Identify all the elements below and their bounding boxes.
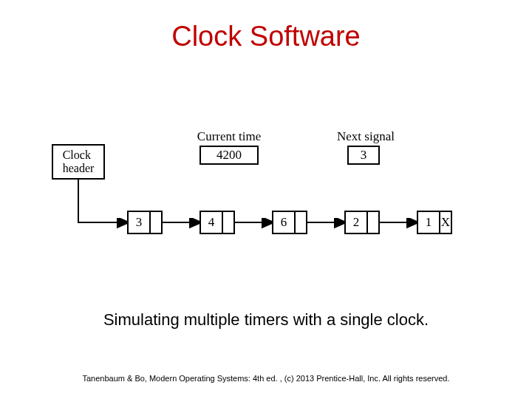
copyright-footer: Tanenbaum & Bo, Modern Operating Systems… [0, 374, 532, 383]
page-title: Clock Software [0, 21, 532, 52]
clock-diagram: Current time Next signal 4200 3 Clock he… [52, 129, 480, 262]
figure-caption: Simulating multiple timers with a single… [0, 310, 532, 330]
